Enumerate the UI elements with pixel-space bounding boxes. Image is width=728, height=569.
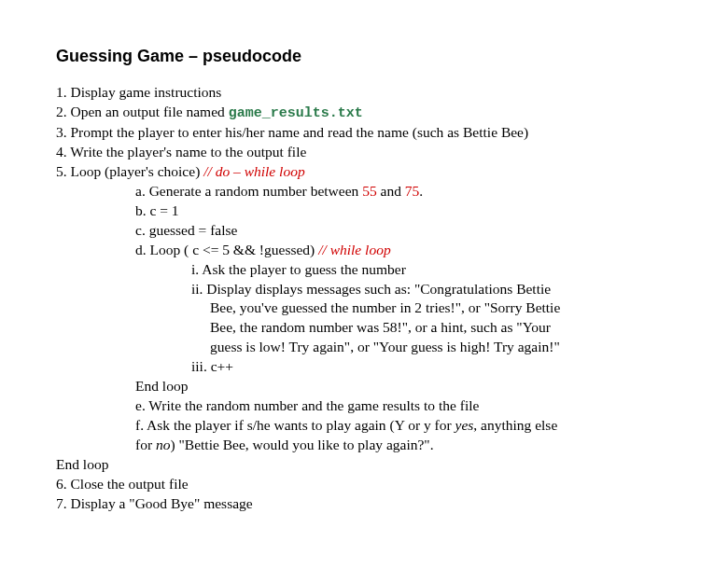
step-5f-line2: for no) "Bettie Bee, would you like to p… (56, 436, 672, 455)
step-4: 4. Write the player's name to the output… (56, 143, 672, 162)
step-5d-i: i. Ask the player to guess the number (56, 260, 672, 280)
step-2: 2. Open an output file named game_result… (56, 103, 672, 123)
step-5e: e. Write the random number and the game … (56, 396, 672, 416)
yes-italic: yes (455, 417, 474, 433)
end-inner-loop: End loop (56, 377, 672, 396)
step-5d-ii-line3: Bee, the random number was 58!", or a hi… (56, 318, 672, 338)
step-5a-text3: . (419, 183, 423, 199)
step-5f-text1: f. Ask the player if s/he wants to play … (135, 417, 455, 433)
step-5-text: 5. Loop (player's choice) (56, 163, 203, 179)
document-body: 1. Display game instructions 2. Open an … (56, 83, 672, 514)
while-comment: // while loop (318, 242, 391, 257)
step-2-text: 2. Open an output file named (56, 104, 229, 119)
step-5d-ii-line4: guess is low! Try again", or "Your guess… (56, 338, 672, 357)
step-5a: a. Generate a random number between 55 a… (56, 182, 672, 201)
step-5f-text2: , anything else (473, 417, 557, 433)
step-5f-text3b: ) "Bettie Bee, would you like to play ag… (170, 437, 433, 452)
step-1: 1. Display game instructions (56, 83, 672, 103)
step-5a-text1: a. Generate a random number between (135, 183, 362, 199)
loop-comment: // do – while loop (203, 163, 305, 179)
step-3: 3. Prompt the player to enter his/her na… (56, 123, 672, 143)
no-italic: no (156, 437, 171, 452)
num-55: 55 (362, 183, 377, 199)
step-5d: d. Loop ( c <= 5 && !guessed) // while l… (56, 241, 672, 260)
end-outer-loop: End loop (56, 455, 672, 475)
step-5f-line1: f. Ask the player if s/he wants to play … (56, 416, 672, 436)
step-5f-text3a: for (135, 437, 156, 452)
step-5a-text2: and (377, 183, 405, 199)
document-title: Guessing Game – pseudocode (56, 47, 672, 66)
num-75: 75 (405, 183, 420, 199)
step-5d-iii: iii. c++ (56, 357, 672, 377)
document-page: Guessing Game – pseudocode 1. Display ga… (0, 0, 728, 569)
step-7: 7. Display a "Good Bye" message (56, 494, 672, 514)
step-5c: c. guessed = false (56, 221, 672, 241)
step-5d-text: d. Loop ( c <= 5 && !guessed) (135, 242, 318, 257)
filename-code: game_results.txt (229, 105, 363, 121)
step-5b: b. c = 1 (56, 201, 672, 221)
step-6: 6. Close the output file (56, 475, 672, 494)
step-5d-ii-line1: ii. Display displays messages such as: "… (56, 280, 672, 299)
step-5: 5. Loop (player's choice) // do – while … (56, 162, 672, 182)
step-5d-ii-line2: Bee, you've guessed the number in 2 trie… (56, 298, 672, 318)
